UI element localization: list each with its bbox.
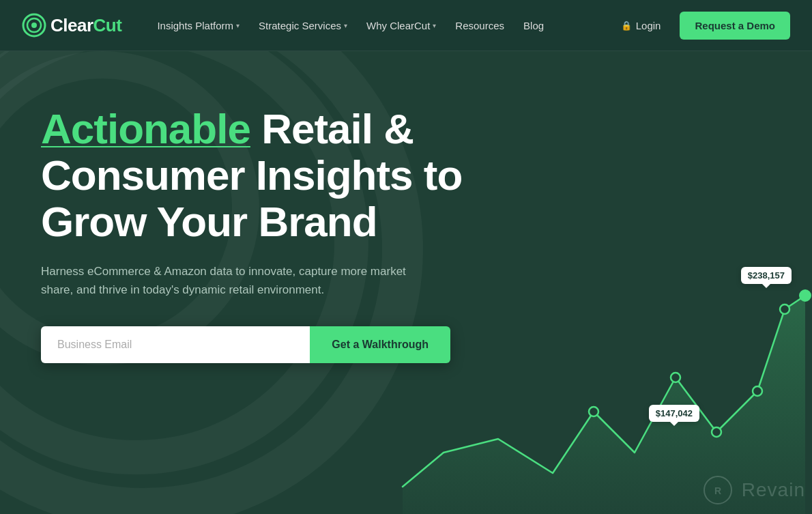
hero-title: Actionable Retail & Consumer Insights to… [41,106,505,246]
svg-point-2 [31,23,37,28]
navbar: ClearCut Insights Platform ▾ Strategic S… [0,0,812,51]
nav-item-why-clearcut[interactable]: Why ClearCut ▾ [358,14,444,37]
svg-point-6 [712,427,721,437]
svg-text:R: R [714,485,721,496]
lock-icon: 🔒 [621,20,632,31]
logo-text-clear: Clear [50,15,93,35]
email-input[interactable] [41,326,310,363]
chart-tooltip-147: $147,042 [649,405,699,422]
request-demo-button[interactable]: Request a Demo [680,12,790,40]
svg-point-8 [780,304,789,314]
nav-links: Insights Platform ▾ Strategic Services ▾… [149,14,612,37]
nav-item-insights-platform[interactable]: Insights Platform ▾ [149,14,248,37]
chevron-down-icon: ▾ [344,22,347,29]
chart-tooltip-238: $238,157 [741,267,792,284]
svg-point-4 [589,407,598,416]
hero-title-accent: Actionable [41,105,250,152]
svg-point-7 [753,386,762,396]
nav-item-blog[interactable]: Blog [515,14,552,37]
chevron-down-icon: ▾ [433,22,436,29]
revain-text: Revain [742,479,805,501]
revain-watermark: R Revain [701,473,805,507]
nav-item-resources[interactable]: Resources [447,14,512,37]
svg-point-9 [800,290,811,301]
hero-content: Actionable Retail & Consumer Insights to… [41,106,505,363]
logo-text-cut: Cut [93,15,122,35]
walkthrough-button[interactable]: Get a Walkthrough [310,326,450,363]
hero-subtitle: Harness eCommerce & Amazon data to innov… [41,262,423,299]
nav-item-strategic-services[interactable]: Strategic Services ▾ [250,14,356,37]
nav-right: 🔒 Login Request a Demo [613,12,790,40]
hero-form: Get a Walkthrough [41,326,450,363]
chevron-down-icon: ▾ [236,22,240,29]
logo[interactable]: ClearCut [22,13,121,38]
login-button[interactable]: 🔒 Login [613,14,669,37]
revain-logo-icon: R [701,473,735,507]
logo-icon [22,13,46,38]
hero-section: Actionable Retail & Consumer Insights to… [0,51,812,514]
svg-point-5 [671,373,680,382]
